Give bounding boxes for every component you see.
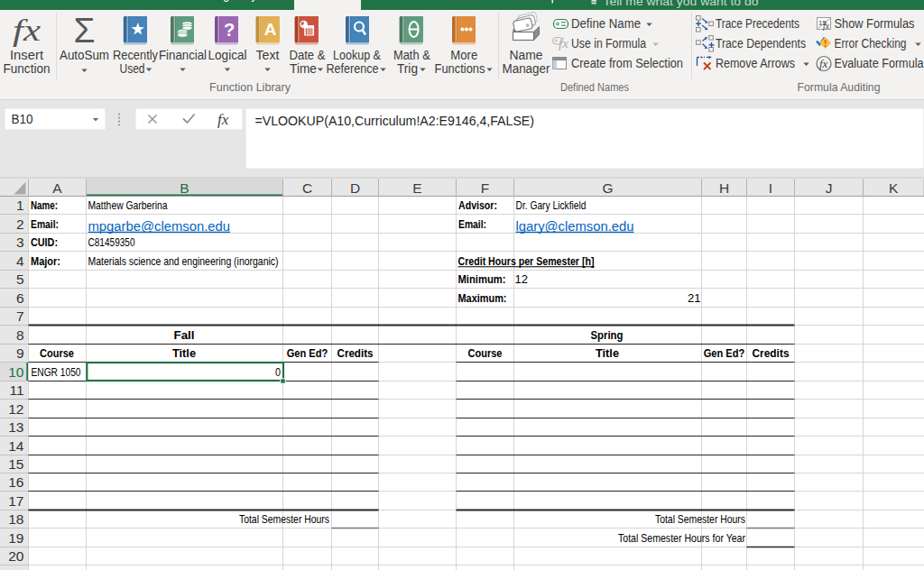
svg-text:?: ?	[224, 20, 235, 40]
svg-text:11: 11	[9, 382, 23, 398]
svg-text:A: A	[52, 180, 62, 196]
svg-text:Minimum:: Minimum:	[458, 272, 506, 286]
svg-text:16: 16	[8, 474, 23, 490]
svg-text:D: D	[350, 180, 360, 196]
svg-text:15: 15	[8, 456, 23, 472]
svg-text:10: 10	[8, 364, 24, 380]
svg-text:Credits: Credits	[337, 346, 374, 360]
svg-text:Financial: Financial	[159, 48, 207, 62]
svg-text:19: 19	[8, 530, 23, 546]
svg-text:Used: Used	[120, 61, 145, 76]
svg-text:lgary@clemson.edu: lgary@clemson.edu	[516, 218, 634, 234]
svg-text:Credit Hours per Semester [h]: Credit Hours per Semester [h]	[458, 254, 595, 268]
svg-text:17: 17	[8, 493, 23, 509]
svg-text:Total Semester Hours: Total Semester Hours	[239, 512, 329, 526]
svg-text:Materials science and engineer: Materials science and engineering (inorg…	[88, 254, 279, 268]
svg-text:Lookup &: Lookup &	[333, 48, 382, 62]
svg-text:Evaluate Formula: Evaluate Formula	[835, 56, 924, 70]
svg-text:14: 14	[8, 438, 24, 454]
svg-text:Dr. Gary Lickfield: Dr. Gary Lickfield	[516, 198, 587, 212]
svg-text:=VLOOKUP(A10,Curriculum!A2:E91: =VLOOKUP(A10,Curriculum!A2:E9146,4,FALSE…	[255, 113, 535, 128]
svg-text:K: K	[889, 180, 899, 196]
svg-text:F: F	[481, 180, 489, 196]
svg-text:Remove Arrows: Remove Arrows	[716, 56, 795, 70]
svg-text:Math &: Math &	[393, 48, 431, 62]
svg-text:5: 5	[16, 271, 24, 287]
svg-text:21: 21	[688, 291, 701, 305]
svg-text:12: 12	[8, 401, 23, 417]
svg-text:6: 6	[16, 290, 24, 306]
svg-text:Name:: Name:	[31, 198, 58, 212]
svg-text:Email:: Email:	[31, 217, 59, 231]
svg-text:Major:: Major:	[31, 254, 60, 268]
svg-text:20: 20	[8, 548, 24, 564]
svg-text:Function: Function	[4, 61, 51, 76]
svg-text:CUID:: CUID:	[31, 235, 58, 249]
svg-text:Course: Course	[40, 346, 74, 360]
svg-text:fx: fx	[217, 111, 229, 128]
svg-text:Tell me what you want to do: Tell me what you want to do	[604, 0, 759, 8]
svg-text:Define Name: Define Name	[571, 16, 641, 31]
svg-text:Recently: Recently	[113, 48, 158, 62]
svg-text:7: 7	[16, 308, 24, 324]
svg-text:More: More	[450, 48, 477, 62]
svg-text:Email:: Email:	[458, 217, 486, 231]
svg-text:C: C	[302, 180, 312, 196]
svg-text:Function Library: Function Library	[209, 80, 291, 94]
svg-text:fx: fx	[559, 36, 568, 51]
svg-text:Advisor:: Advisor:	[458, 198, 497, 212]
svg-text:Functions: Functions	[435, 61, 485, 76]
svg-text:13: 13	[8, 419, 23, 435]
svg-text:Use in Formula: Use in Formula	[571, 36, 646, 51]
svg-text:Title: Title	[172, 346, 196, 360]
svg-text:E: E	[412, 180, 421, 196]
svg-text:C81459350: C81459350	[88, 235, 135, 249]
svg-text:2: 2	[16, 216, 24, 232]
svg-text:J: J	[826, 180, 833, 196]
svg-text:Gen Ed?: Gen Ed?	[704, 346, 745, 360]
svg-text:Create from Selection: Create from Selection	[571, 56, 683, 70]
svg-text:Logical: Logical	[208, 48, 247, 62]
svg-text:Fall: Fall	[174, 328, 195, 342]
svg-text:0: 0	[275, 365, 281, 379]
svg-text:Trace Precedents: Trace Precedents	[716, 16, 799, 31]
svg-text:1: 1	[16, 198, 24, 213]
svg-text:mpgarbe@clemson.edu: mpgarbe@clemson.edu	[88, 218, 231, 234]
svg-text:Insert: Insert	[10, 48, 43, 62]
svg-text:12: 12	[515, 272, 529, 286]
svg-text:fx: fx	[819, 57, 828, 70]
svg-text:4: 4	[16, 253, 24, 269]
svg-text:Trig: Trig	[397, 61, 418, 76]
svg-text:Course: Course	[468, 346, 503, 360]
svg-text:Trace Dependents: Trace Dependents	[716, 36, 806, 51]
svg-text:Manager: Manager	[503, 61, 550, 76]
svg-text:Name: Name	[510, 48, 543, 62]
svg-text:Title: Title	[596, 346, 619, 360]
svg-text:Gen Ed?: Gen Ed?	[287, 346, 328, 360]
svg-text:G: G	[602, 180, 613, 196]
svg-text:H: H	[719, 180, 729, 196]
svg-text:B: B	[180, 180, 189, 196]
svg-text:18: 18	[8, 511, 23, 527]
svg-text:3: 3	[16, 234, 24, 250]
svg-text:9: 9	[16, 345, 24, 361]
svg-text:A: A	[264, 20, 277, 39]
svg-text:Total Semester Hours: Total Semester Hours	[655, 512, 745, 526]
svg-text:Spring: Spring	[591, 328, 624, 342]
svg-text:Page Layout: Page Layout	[209, 0, 273, 2]
svg-text:I: I	[769, 180, 772, 196]
svg-text:Σ: Σ	[74, 12, 96, 50]
svg-text:Formula Auditing: Formula Auditing	[798, 80, 881, 94]
svg-text:Error Checking: Error Checking	[835, 36, 907, 51]
svg-text:Date &: Date &	[290, 48, 327, 62]
svg-text:8: 8	[16, 327, 24, 343]
svg-text:Credits: Credits	[753, 346, 790, 360]
svg-text:B10: B10	[12, 112, 33, 126]
svg-text:ENGR 1050: ENGR 1050	[32, 365, 81, 379]
svg-text:AutoSum: AutoSum	[60, 48, 109, 62]
svg-text:Defined Names: Defined Names	[560, 80, 629, 94]
svg-text:Text: Text	[256, 48, 280, 62]
svg-text:fx: fx	[13, 14, 41, 47]
svg-text:Show Formulas: Show Formulas	[835, 16, 915, 31]
svg-text:Matthew Garberina: Matthew Garberina	[88, 198, 169, 212]
